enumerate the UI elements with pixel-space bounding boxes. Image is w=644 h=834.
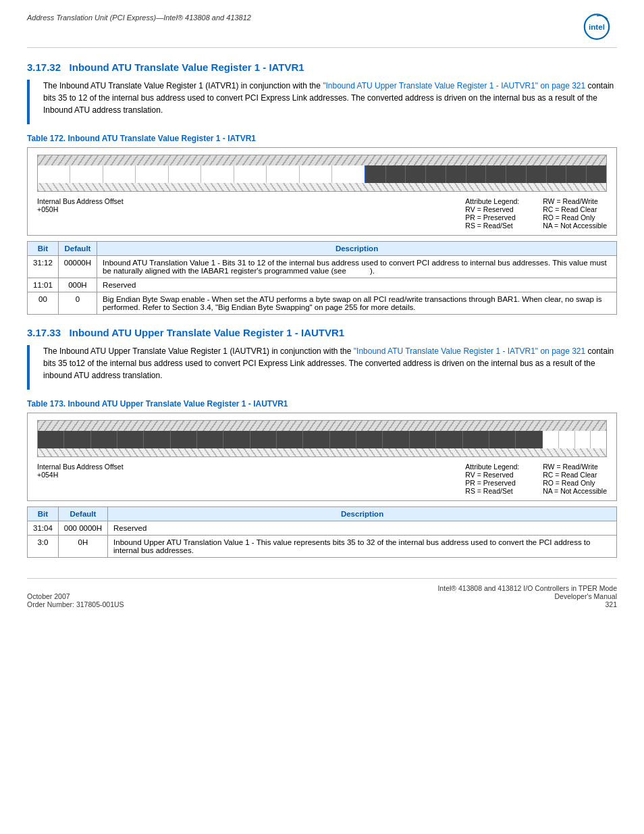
section-heading-1: 3.17.32 Inbound ATU Translate Value Regi… <box>27 61 617 73</box>
reg-cell <box>136 165 168 183</box>
reg-cell-dark <box>463 431 489 448</box>
cell-default: 0 <box>58 292 97 315</box>
link-2[interactable]: "Inbound ATU Translate Value Register 1 … <box>354 346 585 356</box>
link-1[interactable]: "Inbound ATU Upper Translate Value Regis… <box>323 81 585 90</box>
col-description: Description <box>97 242 617 256</box>
reg-top-hatch <box>37 155 607 165</box>
body-text-2: The Inbound ATU Upper Translate Value Re… <box>43 345 617 382</box>
table-173: Bit Default Description 31:04000 0000HRe… <box>27 506 617 558</box>
reg-cell-white <box>575 431 591 448</box>
reg-cell-dark <box>330 431 356 448</box>
col-description-2: Description <box>108 507 617 521</box>
offset-info-1: Internal Bus Address Offset +050H <box>37 197 124 230</box>
cell-default: 000 0000H <box>58 521 107 536</box>
col-default: Default <box>58 242 97 256</box>
reg-cell <box>70 165 103 183</box>
reg-white-cells-2 <box>543 431 606 448</box>
reg-cell-dark <box>171 431 197 448</box>
reg-cell-dark <box>383 431 409 448</box>
reg-visual-2 <box>37 420 607 457</box>
table-row: 000Big Endian Byte Swap enable - When se… <box>28 292 617 315</box>
table-caption-2: Table 173. Inbound ATU Upper Translate V… <box>27 399 617 409</box>
cell-bit: 31:12 <box>28 256 59 278</box>
register-diagram-1: Internal Bus Address Offset +050H Attrib… <box>27 147 617 236</box>
section-3-17-32: 3.17.32 Inbound ATU Translate Value Regi… <box>27 61 617 315</box>
reg-cell-dark <box>587 165 606 183</box>
reg-cell-blue-border <box>332 165 365 183</box>
reg-cell-dark <box>566 165 587 183</box>
reg-cell-dark <box>446 165 466 183</box>
reg-visual-1 <box>37 155 607 192</box>
footer-left: October 2007 Order Number: 317805-001US <box>27 592 124 608</box>
reg-mid-row-2 <box>37 431 607 448</box>
legend-2: Attribute Legend: RW = Read/Write RV = R… <box>465 463 607 495</box>
reg-cell-dark <box>527 165 547 183</box>
cell-desc: Inbound Upper ATU Translation Value 1 - … <box>108 536 617 558</box>
table-row: 3:00HInbound Upper ATU Translation Value… <box>28 536 617 558</box>
reg-top-hatch-2 <box>37 420 607 431</box>
reg-cell-dark <box>223 431 250 448</box>
section-body-2: The Inbound ATU Upper Translate Value Re… <box>27 345 617 390</box>
reg-cell-white <box>559 431 575 448</box>
left-bar-1 <box>27 80 30 124</box>
table-header-row: Bit Default Description <box>28 242 617 256</box>
reg-cell-dark <box>489 431 516 448</box>
reg-cell-dark <box>410 431 436 448</box>
cell-desc: Big Endian Byte Swap enable - When set t… <box>97 292 617 315</box>
register-diagram-2: Internal Bus Address Offset +054H Attrib… <box>27 413 617 501</box>
footer-right: Intel® 413808 and 413812 I/O Controllers… <box>437 584 617 608</box>
col-default-2: Default <box>58 507 107 521</box>
reg-cell-dark-blue <box>516 431 543 448</box>
reg-cell-dark <box>366 165 386 183</box>
reg-cell <box>234 165 267 183</box>
reg-cell-dark <box>506 165 527 183</box>
reg-mid-row <box>37 165 607 183</box>
cell-default: 000H <box>58 278 97 292</box>
cell-default: 0H <box>58 536 107 558</box>
reg-cell <box>300 165 332 183</box>
cell-bit: 3:0 <box>28 536 59 558</box>
table-172: Bit Default Description 31:1200000HInbou… <box>27 241 617 315</box>
reg-cell-dark <box>277 431 303 448</box>
cell-bit: 31:04 <box>28 521 59 536</box>
table-caption-1: Table 172. Inbound ATU Translate Value R… <box>27 134 617 143</box>
reg-cell-dark <box>117 431 144 448</box>
cell-desc: Reserved <box>97 278 617 292</box>
svg-text:intel: intel <box>589 22 605 31</box>
reg-cell <box>169 165 201 183</box>
table-row: 11:01000HReserved <box>28 278 617 292</box>
table-row: 31:04000 0000HReserved <box>28 521 617 536</box>
reg-cell <box>267 165 299 183</box>
cell-default: 00000H <box>58 256 97 278</box>
left-bar-2 <box>27 345 30 390</box>
section-body-1: The Inbound ATU Translate Value Register… <box>27 80 617 124</box>
table-header-row-2: Bit Default Description <box>28 507 617 521</box>
cell-desc: Reserved <box>108 521 617 536</box>
col-bit: Bit <box>28 242 59 256</box>
legend-1: Attribute Legend: RW = Read/Write RV = R… <box>465 197 607 230</box>
intel-logo-icon: intel <box>576 14 617 41</box>
cell-bit: 11:01 <box>28 278 59 292</box>
section-3-17-33: 3.17.33 Inbound ATU Upper Translate Valu… <box>27 327 617 558</box>
offset-info-2: Internal Bus Address Offset +054H <box>37 463 124 495</box>
reg-cell-dark <box>64 431 90 448</box>
header-title: Address Translation Unit (PCI Express)—I… <box>27 14 251 22</box>
reg-bot-hatch <box>37 183 607 192</box>
reg-dark-cells <box>366 165 606 183</box>
table-row: 31:1200000HInbound ATU Translation Value… <box>28 256 617 278</box>
reg-cell-dark <box>386 165 406 183</box>
section-heading-2: 3.17.33 Inbound ATU Upper Translate Valu… <box>27 327 617 338</box>
reg-cell-white <box>591 431 606 448</box>
page-header: Address Translation Unit (PCI Express)—I… <box>27 14 617 48</box>
reg-dark-cells-2 <box>38 431 543 448</box>
diagram-footer-1: Internal Bus Address Offset +050H Attrib… <box>37 197 607 230</box>
reg-cell-dark <box>426 165 446 183</box>
reg-cell-dark <box>486 165 506 183</box>
reg-cell-dark <box>356 431 383 448</box>
reg-cell <box>103 165 136 183</box>
reg-bot-hatch-2 <box>37 448 607 457</box>
cell-bit: 00 <box>28 292 59 315</box>
reg-cell-dark <box>466 165 487 183</box>
reg-cell-dark <box>197 431 223 448</box>
reg-cell-dark <box>144 431 170 448</box>
